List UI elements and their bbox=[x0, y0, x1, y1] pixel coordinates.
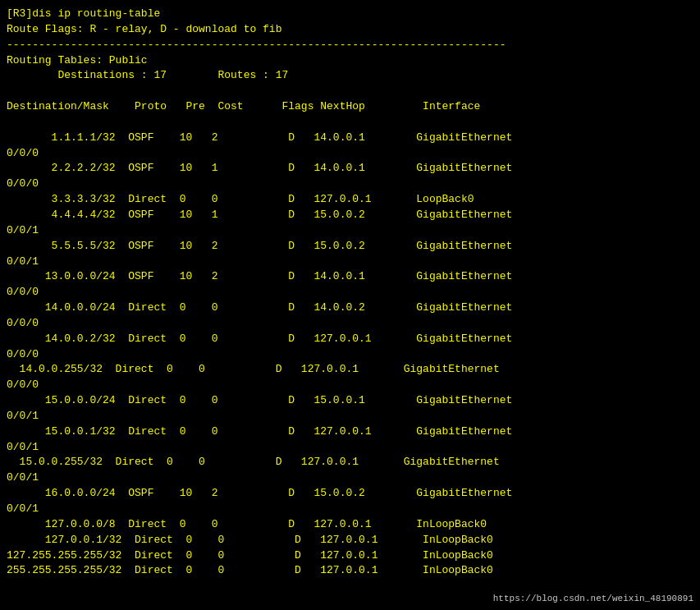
terminal-output: [R3]dis ip routing-table Route Flags: R … bbox=[7, 7, 693, 579]
watermark: https://blog.csdn.net/weixin_48190891 bbox=[493, 594, 693, 603]
